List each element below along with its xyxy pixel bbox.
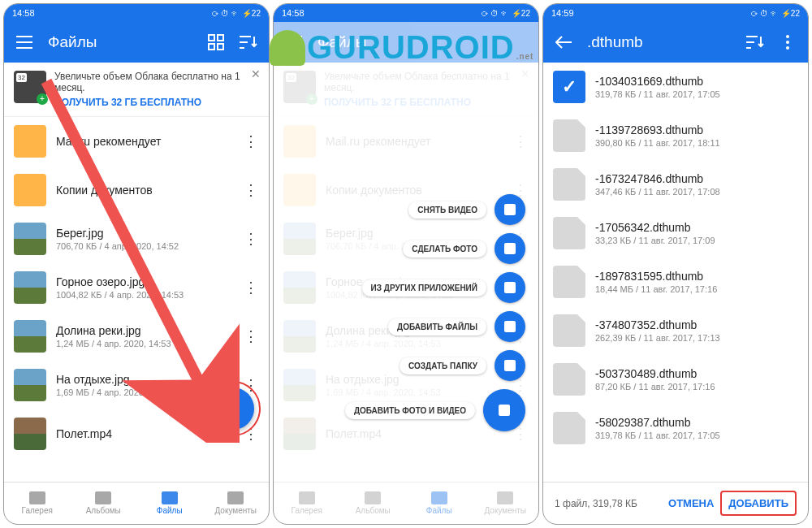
item-name: -1673247846.dthumb (595, 172, 798, 185)
item-meta: 1,69 МБ / 4 апр. 2020, 14:53 (56, 387, 233, 397)
item-meta: 1,24 МБ / 4 апр. 2020, 14:53 (56, 339, 233, 348)
file-icon (553, 119, 585, 152)
img-icon (14, 320, 46, 353)
list-item[interactable]: -374807352.dthumb 262,39 КБ / 11 авг. 20… (543, 306, 808, 355)
svg-rect-9 (504, 360, 516, 371)
nav-Галерея[interactable]: Галерея (4, 483, 71, 524)
fab-option[interactable]: ИЗ ДРУГИХ ПРИЛОЖЕНИЙ (362, 272, 525, 303)
more-vert-icon[interactable] (779, 33, 797, 51)
svg-rect-7 (504, 282, 516, 293)
fab-option[interactable]: СНЯТЬ ВИДЕО (408, 194, 525, 225)
item-meta: 347,46 КБ / 11 авг. 2017, 17:08 (595, 187, 798, 197)
fab-option[interactable]: СОЗДАТЬ ПАПКУ (400, 350, 525, 381)
nav-label: Файлы (426, 506, 452, 515)
nav-icon (497, 491, 513, 504)
nav-label: Файлы (157, 506, 183, 515)
list-item[interactable]: -17056342.dthumb 33,23 КБ / 11 авг. 2017… (543, 209, 808, 258)
list-item[interactable]: -1897831595.dthumb 18,44 МБ / 11 авг. 20… (543, 258, 808, 306)
fab-label: ИЗ ДРУГИХ ПРИЛОЖЕНИЙ (362, 279, 486, 296)
list-item[interactable]: -1673247846.dthumb 347,46 КБ / 11 авг. 2… (543, 160, 808, 209)
back-icon[interactable] (555, 33, 572, 51)
fab-option[interactable]: ДОБАВИТЬ ФОТО И ВИДЕО (345, 389, 525, 431)
list-item[interactable]: -58029387.dthumb 319,78 КБ / 11 авг. 201… (543, 404, 808, 452)
fab-option[interactable]: ДОБАВИТЬ ФАЙЛЫ (388, 311, 525, 342)
nav-label: Документы (484, 506, 526, 515)
statusbar: 14:58 ⟳ ⏱ ᯤ ⚡22 (4, 4, 269, 22)
file-icon (553, 217, 585, 249)
statusbar: 14:58 ⟳ ⏱ ᯤ ⚡22 (274, 4, 538, 22)
svg-point-13 (786, 46, 789, 50)
nav-Галерея[interactable]: Галерея (274, 483, 340, 524)
list-item[interactable]: Копии документов ⋮ (4, 166, 269, 214)
list-item[interactable]: Горное озеро.jpg 1004,82 КБ / 4 апр. 202… (4, 263, 269, 312)
svg-rect-6 (504, 243, 516, 254)
more-vert-icon[interactable]: ⋮ (243, 279, 259, 296)
list-item[interactable]: -503730489.dthumb 87,20 КБ / 11 авг. 201… (543, 355, 808, 404)
item-meta: 390,80 КБ / 11 авг. 2017, 18:11 (595, 138, 798, 148)
item-meta: 319,78 КБ / 11 авг. 2017, 17:05 (595, 89, 798, 99)
svg-point-11 (786, 35, 789, 38)
list-item[interactable]: -1034031669.dthumb 319,78 КБ / 11 авг. 2… (543, 63, 808, 111)
fab-icon (483, 389, 525, 431)
more-vert-icon[interactable]: ⋮ (243, 230, 259, 248)
fab-label: ДОБАВИТЬ ФАЙЛЫ (388, 318, 486, 335)
item-meta: 319,78 КБ / 11 авг. 2017, 17:05 (595, 431, 798, 440)
nav-Файлы[interactable]: Файлы (406, 483, 473, 524)
item-name: -374807352.dthumb (595, 318, 798, 331)
more-vert-icon[interactable]: ⋮ (243, 181, 259, 199)
file-icon (553, 71, 585, 103)
item-meta: 18,44 МБ / 11 авг. 2017, 17:16 (595, 284, 798, 294)
item-name: -1897831595.dthumb (595, 270, 798, 283)
file-icon (553, 314, 585, 347)
fab-label: ДОБАВИТЬ ФОТО И ВИДЕО (345, 402, 475, 419)
sort-icon[interactable] (746, 33, 764, 51)
list-item[interactable]: -1139728693.dthumb 390,80 КБ / 11 авг. 2… (543, 111, 808, 160)
item-name: Полет.mp4 (56, 427, 233, 440)
nav-icon (431, 491, 447, 504)
img-icon (14, 223, 46, 255)
cancel-button[interactable]: ОТМЕНА (662, 492, 720, 514)
more-vert-icon[interactable]: ⋮ (243, 132, 259, 150)
promo-banner[interactable]: Увеличьте объем Облака бесплатно на 1 ме… (4, 63, 269, 117)
fab-add[interactable]: + (212, 387, 254, 430)
list-item[interactable]: Берег.jpg 706,70 КБ / 4 апр. 2020, 14:52… (4, 214, 269, 263)
svg-point-12 (786, 41, 789, 44)
statusbar: 14:59 ⟳ ⏱ ᯤ ⚡22 (543, 4, 808, 22)
add-button[interactable]: ДОБАВИТЬ (720, 491, 797, 516)
item-name: -58029387.dthumb (595, 416, 798, 429)
file-icon (553, 363, 585, 396)
plus-icon: + (227, 396, 240, 422)
nav-icon (299, 491, 315, 504)
item-name: -1034031669.dthumb (595, 75, 798, 88)
list-item[interactable]: Mail.ru рекомендует ⋮ (4, 117, 269, 166)
page-title: Файлы (48, 33, 192, 51)
watermark: GURUDROID.net (270, 29, 533, 66)
fab-option[interactable]: СДЕЛАТЬ ФОТО (403, 233, 525, 264)
svg-rect-2 (209, 44, 214, 50)
promo-link[interactable]: ПОЛУЧИТЬ 32 ГБ БЕСПЛАТНО (54, 97, 259, 108)
item-meta: 33,23 КБ / 11 авг. 2017, 17:09 (595, 236, 798, 245)
list-item[interactable]: Долина реки.jpg 1,24 МБ / 4 апр. 2020, 1… (4, 312, 269, 361)
sort-icon[interactable] (240, 33, 257, 51)
nav-Документы[interactable]: Документы (203, 483, 270, 524)
fab-menu: СНЯТЬ ВИДЕОСДЕЛАТЬ ФОТОИЗ ДРУГИХ ПРИЛОЖЕ… (345, 194, 525, 431)
svg-rect-10 (499, 405, 510, 416)
more-vert-icon[interactable]: ⋮ (243, 327, 259, 345)
svg-rect-0 (209, 35, 214, 41)
fab-icon (495, 272, 525, 303)
close-icon[interactable]: ✕ (251, 67, 261, 80)
nav-Документы[interactable]: Документы (473, 483, 539, 524)
more-vert-icon[interactable]: ⋮ (243, 425, 259, 443)
folder-icon (14, 125, 46, 158)
fab-icon (495, 311, 525, 342)
grid-view-icon[interactable] (207, 33, 225, 51)
nav-Файлы[interactable]: Файлы (136, 483, 203, 524)
screen-picker: 14:59 ⟳ ⏱ ᯤ ⚡22 .dthumb -1034031669.dthu… (542, 3, 809, 525)
picker-footer: 1 файл, 319,78 КБ ОТМЕНА ДОБАВИТЬ (543, 482, 808, 524)
nav-Альбомы[interactable]: Альбомы (71, 483, 137, 524)
item-meta: 262,39 КБ / 11 авг. 2017, 17:13 (595, 333, 798, 343)
nav-Альбомы[interactable]: Альбомы (340, 483, 407, 524)
appbar: Файлы (4, 22, 269, 63)
hamburger-icon[interactable] (15, 33, 33, 51)
img-icon (14, 271, 46, 304)
